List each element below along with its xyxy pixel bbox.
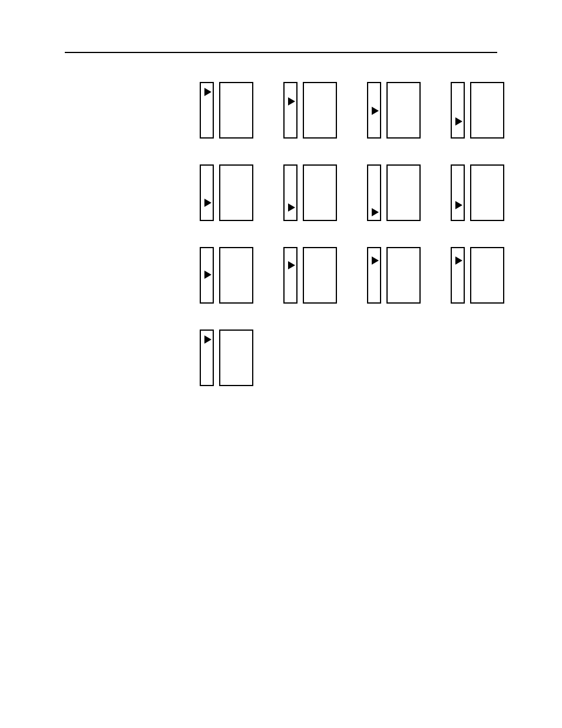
diagram-cell	[200, 330, 254, 387]
diagram-cell	[283, 247, 338, 305]
play-icon	[288, 261, 295, 269]
wide-box	[470, 164, 504, 221]
play-icon	[204, 88, 211, 96]
narrow-box	[367, 82, 381, 139]
play-icon	[372, 208, 379, 216]
wide-box	[219, 82, 253, 139]
narrow-box	[451, 247, 465, 304]
wide-box	[219, 247, 253, 304]
narrow-box	[200, 247, 214, 304]
wide-box	[386, 82, 421, 139]
diagram-cell	[451, 164, 505, 222]
wide-box	[219, 330, 253, 386]
diagram-row	[200, 82, 535, 140]
play-icon	[455, 256, 462, 265]
wide-box	[303, 82, 337, 139]
wide-box	[470, 247, 504, 304]
narrow-box	[451, 164, 465, 221]
horizontal-rule	[65, 52, 497, 53]
diagram-grid	[200, 82, 535, 387]
narrow-box	[200, 330, 214, 386]
diagram-row	[200, 247, 535, 305]
diagram-cell	[451, 247, 505, 305]
wide-box	[219, 164, 253, 221]
play-icon	[288, 203, 295, 212]
play-icon	[288, 97, 295, 106]
wide-box	[303, 247, 337, 304]
diagram-cell	[200, 164, 254, 222]
wide-box	[386, 247, 421, 304]
narrow-box	[367, 164, 381, 221]
play-icon	[204, 199, 211, 207]
diagram-row	[200, 164, 535, 222]
wide-box	[470, 82, 504, 139]
diagram-cell	[283, 164, 338, 222]
play-icon	[372, 107, 379, 115]
play-icon	[204, 335, 211, 344]
narrow-box	[283, 82, 297, 139]
play-icon	[455, 201, 462, 209]
play-icon	[204, 271, 211, 279]
diagram-cell	[451, 82, 505, 140]
diagram-cell	[367, 247, 421, 305]
diagram-cell	[200, 82, 254, 140]
play-icon	[372, 256, 379, 265]
narrow-box	[200, 164, 214, 221]
wide-box	[386, 164, 421, 221]
narrow-box	[451, 82, 465, 139]
wide-box	[303, 164, 337, 221]
narrow-box	[367, 247, 381, 304]
diagram-cell	[200, 247, 254, 305]
narrow-box	[283, 247, 297, 304]
play-icon	[455, 117, 462, 126]
diagram-cell	[283, 82, 338, 140]
narrow-box	[283, 164, 297, 221]
narrow-box	[200, 82, 214, 139]
diagram-cell	[367, 82, 421, 140]
diagram-cell	[367, 164, 421, 222]
diagram-row	[200, 330, 535, 387]
